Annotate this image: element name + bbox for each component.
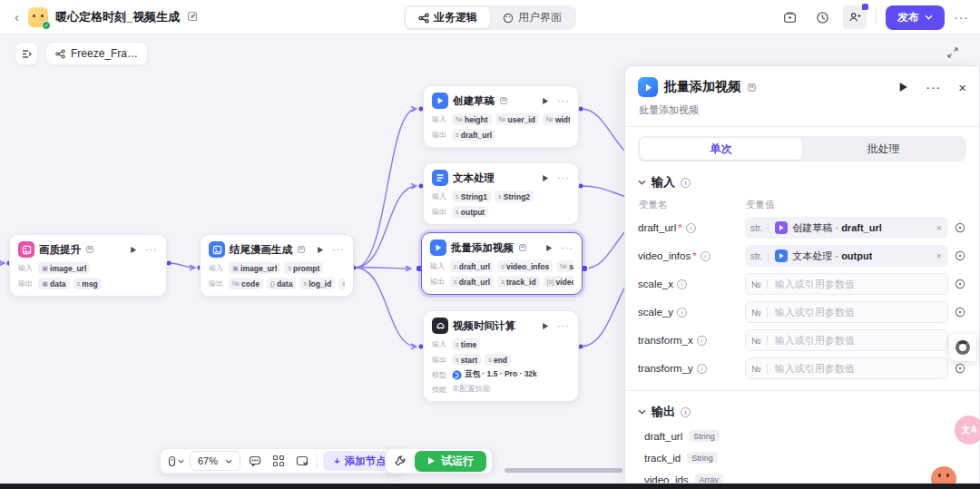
tab-batch[interactable]: 批处理 (802, 138, 965, 160)
value-input-box[interactable]: № 输入或引用参数值 (745, 357, 948, 379)
info-icon[interactable]: i (677, 308, 687, 318)
comment-icon[interactable] (246, 452, 264, 470)
param-chip: {}data (267, 278, 297, 289)
workflow-icon (55, 49, 65, 59)
resource-box-icon[interactable] (778, 5, 801, 29)
info-icon[interactable]: i (681, 178, 691, 188)
history-icon[interactable] (810, 5, 834, 29)
auto-layout-icon[interactable] (270, 452, 288, 470)
node-title: 创建草稿 (453, 94, 495, 108)
info-icon[interactable]: i (697, 336, 707, 346)
value-input-box[interactable]: № 输入或引用参数值 (745, 301, 948, 323)
publish-button[interactable]: 发布 (886, 5, 945, 30)
text-icon (432, 170, 448, 186)
run-node-icon[interactable] (542, 174, 549, 182)
zoom-select[interactable]: 67% (190, 451, 240, 471)
node-more-button[interactable]: ··· (332, 244, 345, 255)
debug-wrench-icon[interactable] (391, 452, 409, 470)
focus-node-param-icon[interactable] (954, 278, 966, 290)
type-tag: № (746, 336, 768, 346)
run-node-icon[interactable] (545, 244, 553, 252)
back-button[interactable]: ‹ (13, 9, 21, 24)
canvas-horizontal-scrollbar[interactable] (505, 468, 622, 473)
type-tag: № (746, 279, 768, 289)
value-reference-box[interactable]: str. 创建草稿 · draft_url × (745, 217, 948, 239)
focus-node-param-icon[interactable] (954, 306, 966, 318)
window-bottom-edge (0, 484, 980, 489)
output-section-header[interactable]: 输出 i (638, 404, 966, 420)
collaboration-icon[interactable] (843, 5, 867, 29)
info-icon[interactable]: i (701, 251, 710, 261)
output-type-badge: Array (695, 474, 724, 484)
focus-node-param-icon[interactable] (954, 249, 966, 262)
param-chip: ▣data (38, 278, 70, 289)
input-row-transform_x: transform_xi № 输入或引用参数值 (638, 329, 966, 351)
input-row-draft_url: draft_url*i str. 创建草稿 · draft_url × (638, 217, 966, 239)
input-section-header[interactable]: 输入 i (638, 174, 966, 191)
fit-view-icon[interactable] (293, 452, 311, 470)
workflow-tab[interactable]: Freeze_Fra… (45, 42, 148, 65)
node-card-2[interactable]: 画质提升 ···输入▣image_url输出▣datasmsg (9, 234, 167, 297)
node-config-panel: 批量添加视频 ··· × 批量添加视频 单次 批处理 输入 i 变量名 (624, 65, 980, 484)
panel-node-title: 批量添加视频 (664, 79, 740, 95)
clear-value-icon[interactable]: × (930, 222, 948, 233)
run-node-icon[interactable] (542, 322, 549, 330)
output-name: track_id (644, 453, 681, 464)
value-input-box[interactable]: № 输入或引用参数值 (745, 273, 948, 295)
test-run-button[interactable]: 试运行 (415, 451, 486, 472)
expand-canvas-icon[interactable] (947, 45, 958, 62)
node-card-3[interactable]: 结尾漫画生成 ···输入▣image_urlsprompt输出№code{}da… (200, 234, 354, 297)
node-card-0[interactable]: 创建草稿 ···输入№height№user_id№width输出sdraft_… (423, 85, 579, 148)
close-panel-icon[interactable]: × (958, 80, 966, 95)
info-icon[interactable]: i (681, 407, 691, 417)
chevron-down-icon (225, 459, 232, 464)
node-more-button[interactable]: ··· (561, 242, 573, 253)
node-more-button[interactable]: ··· (145, 244, 158, 255)
info-icon[interactable]: i (697, 364, 707, 374)
node-card-1[interactable]: 文本处理 ···输入sString1sString2输出soutput (423, 162, 579, 225)
panel-more-button[interactable]: ··· (926, 80, 941, 94)
param-chip: soutput (452, 206, 488, 218)
run-node-icon[interactable] (542, 97, 549, 105)
variable-name: draft_url*i (638, 222, 745, 233)
focus-node-param-icon[interactable] (954, 221, 966, 234)
cursor-mode-icon[interactable] (166, 452, 184, 470)
run-node-icon[interactable] (898, 82, 908, 93)
param-chip: ▣image_url (38, 262, 90, 274)
node-more-button[interactable]: ··· (557, 95, 570, 106)
info-icon[interactable]: i (677, 279, 687, 289)
panel-mode-tabs: 单次 批处理 (638, 136, 966, 161)
top-header: ‹ ✓ 暖心定格时刻_视频生成 业务逻辑 用户界面 (0, 0, 980, 34)
header-more-button[interactable]: ··· (954, 10, 969, 24)
tab-single-run[interactable]: 单次 (640, 138, 802, 160)
llm-icon (432, 318, 448, 334)
floating-widget-button[interactable] (949, 334, 976, 361)
run-node-icon[interactable] (317, 246, 324, 254)
clear-value-icon[interactable]: × (930, 250, 948, 261)
tab-business-logic[interactable]: 业务逻辑 (406, 7, 490, 28)
variable-name: scale_yi (638, 307, 745, 318)
param-chip: smsg (338, 278, 345, 289)
node-card-5[interactable]: 视频时间计算 ···输入stime输出sstartsend模型 豆包 · 1.5… (423, 310, 579, 402)
reference-value: 创建草稿 · draft_url (792, 221, 881, 235)
value-reference-box[interactable]: str. 文本处理 · output × (745, 245, 948, 267)
edit-title-icon[interactable] (187, 9, 198, 25)
bookmark-icon (518, 243, 527, 252)
value-input-box[interactable]: № 输入或引用参数值 (745, 329, 948, 351)
bookmark-icon (499, 96, 508, 105)
run-node-icon[interactable] (130, 246, 137, 254)
node-more-button[interactable]: ··· (557, 172, 570, 183)
type-tag: № (746, 364, 768, 374)
info-icon[interactable]: i (686, 223, 696, 233)
node-list-toggle-button[interactable] (15, 42, 38, 65)
node-title: 画质提升 (39, 243, 81, 257)
focus-node-param-icon[interactable] (954, 362, 966, 375)
node-card-4[interactable]: 批量添加视频 ···输入sdraft_urlsvideo_infos№scale… (421, 232, 583, 295)
skill-value: 未配置技能 (452, 384, 491, 395)
bookmark-icon (297, 245, 306, 254)
param-chip: strack_id (497, 276, 539, 288)
tab-user-interface[interactable]: 用户界面 (490, 7, 574, 28)
translate-button[interactable]: 文A (955, 416, 980, 445)
value-placeholder: 输入或引用参数值 (768, 334, 855, 347)
node-more-button[interactable]: ··· (557, 320, 570, 331)
